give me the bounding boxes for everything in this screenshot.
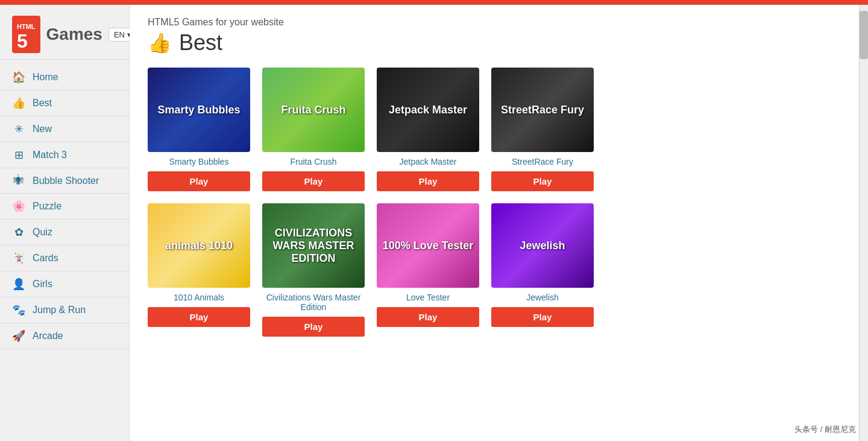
game-thumb-love-tester: 100% Love Tester <box>377 203 479 288</box>
game-card-1010-animals: animals 10101010 AnimalsPlay <box>148 203 250 337</box>
sidebar-item-puzzle[interactable]: 🌸Puzzle <box>0 194 129 220</box>
game-thumb-jetpack-master: Jetpack Master <box>377 68 479 152</box>
game-card-love-tester: 100% Love TesterLove TesterPlay <box>377 203 479 337</box>
arcade-icon: 🚀 <box>12 329 25 343</box>
bubble-shooter-icon: 🕷 <box>12 174 25 187</box>
game-thumb-jewelish: Jewelish <box>491 203 594 288</box>
play-button-1010-animals[interactable]: Play <box>148 307 250 327</box>
home-icon: 🏠 <box>12 71 25 84</box>
game-thumb-civilizations-wars: CIVILIZATIONS WARS MASTER EDITION <box>262 203 365 288</box>
game-name-smarty-bubbles: Smarty Bubbles <box>169 157 229 167</box>
best-icon: 👍 <box>148 31 172 54</box>
sidebar-label-puzzle: Puzzle <box>33 201 61 212</box>
sidebar-item-best[interactable]: 👍Best <box>0 90 129 116</box>
game-thumb-smarty-bubbles: Smarty Bubbles <box>148 68 250 152</box>
sidebar-label-girls: Girls <box>33 279 52 290</box>
sidebar-item-arcade[interactable]: 🚀Arcade <box>0 323 129 349</box>
logo-games-text: Games <box>46 25 102 44</box>
scrollbar[interactable] <box>859 5 868 441</box>
sidebar-label-home: Home <box>33 72 58 83</box>
scrollbar-thumb[interactable] <box>860 11 868 59</box>
top-bar <box>0 0 868 5</box>
puzzle-icon: 🌸 <box>12 200 25 213</box>
game-name-streetrace-fury: StreetRace Fury <box>512 157 573 167</box>
game-name-1010-animals: 1010 Animals <box>174 293 224 302</box>
html5-text: HTML <box>17 23 36 30</box>
game-name-jewelish: Jewelish <box>526 293 559 302</box>
game-card-civilizations-wars: CIVILIZATIONS WARS MASTER EDITIONCiviliz… <box>262 203 365 337</box>
sidebar-label-new: New <box>33 124 52 135</box>
game-thumb-label-1010-animals: animals 1010 <box>163 237 235 255</box>
game-thumb-label-jewelish: Jewelish <box>517 237 567 255</box>
best-icon: 👍 <box>12 97 25 110</box>
quiz-icon: ✿ <box>12 226 25 239</box>
game-card-jewelish: JewelishJewelishPlay <box>491 203 594 337</box>
game-thumb-label-smarty-bubbles: Smarty Bubbles <box>155 101 242 119</box>
sidebar-item-home[interactable]: 🏠Home <box>0 65 129 90</box>
game-card-jetpack-master: Jetpack MasterJetpack MasterPlay <box>377 68 479 191</box>
sidebar-item-girls[interactable]: 👤Girls <box>0 271 129 297</box>
jump-run-icon: 🐾 <box>12 303 25 317</box>
match3-icon: ⊞ <box>12 148 25 162</box>
game-thumb-fruita-crush: Fruita Crush <box>262 68 365 152</box>
play-button-love-tester[interactable]: Play <box>377 307 479 327</box>
sidebar-item-match3[interactable]: ⊞Match 3 <box>0 142 129 168</box>
game-card-smarty-bubbles: Smarty BubblesSmarty BubblesPlay <box>148 68 250 191</box>
game-card-streetrace-fury: StreetRace FuryStreetRace FuryPlay <box>491 68 594 191</box>
game-thumb-label-streetrace-fury: StreetRace Fury <box>498 101 587 119</box>
play-button-streetrace-fury[interactable]: Play <box>491 171 594 191</box>
game-thumb-streetrace-fury: StreetRace Fury <box>491 68 594 152</box>
sidebar-label-jump-run: Jump & Run <box>33 305 86 316</box>
game-name-civilizations-wars: Civilizations Wars Master Edition <box>262 293 365 312</box>
sidebar-item-new[interactable]: ✳New <box>0 116 129 142</box>
cards-icon: 🃏 <box>12 252 25 265</box>
game-thumb-1010-animals: animals 1010 <box>148 203 250 288</box>
games-grid: Smarty BubblesSmarty BubblesPlayFruita C… <box>148 68 841 337</box>
html5-badge: HTML 5 <box>12 16 40 53</box>
play-button-civilizations-wars[interactable]: Play <box>262 317 365 337</box>
play-button-smarty-bubbles[interactable]: Play <box>148 171 250 191</box>
sidebar-label-quiz: Quiz <box>33 227 52 238</box>
game-name-love-tester: Love Tester <box>406 293 450 302</box>
game-thumb-label-fruita-crush: Fruita Crush <box>278 101 348 119</box>
new-icon: ✳ <box>12 122 25 136</box>
sidebar-nav: 🏠Home👍Best✳New⊞Match 3🕷Bubble Shooter🌸Pu… <box>0 65 129 349</box>
sidebar-label-arcade: Arcade <box>33 331 63 341</box>
game-thumb-label-jetpack-master: Jetpack Master <box>386 101 470 119</box>
sidebar-label-bubble-shooter: Bubble Shooter <box>33 176 99 186</box>
game-thumb-label-love-tester: 100% Love Tester <box>380 237 476 255</box>
page-title: 👍 Best <box>148 30 841 56</box>
play-button-jewelish[interactable]: Play <box>491 307 594 327</box>
sidebar-item-jump-run[interactable]: 🐾Jump & Run <box>0 297 129 323</box>
game-card-fruita-crush: Fruita CrushFruita CrushPlay <box>262 68 365 191</box>
game-name-jetpack-master: Jetpack Master <box>400 157 457 167</box>
sidebar-label-match3: Match 3 <box>33 150 67 160</box>
main-content: HTML5 Games for your website 👍 Best Smar… <box>130 5 859 441</box>
play-button-fruita-crush[interactable]: Play <box>262 171 365 191</box>
sidebar-label-best: Best <box>33 98 52 109</box>
game-name-fruita-crush: Fruita Crush <box>290 157 336 167</box>
html5-five: 5 <box>17 31 36 51</box>
sidebar: HTML 5 Games EN ▾ 🏠Home👍Best✳New⊞Match 3… <box>0 5 130 441</box>
girls-icon: 👤 <box>12 278 25 291</box>
sidebar-label-cards: Cards <box>33 253 58 264</box>
sidebar-item-bubble-shooter[interactable]: 🕷Bubble Shooter <box>0 168 129 194</box>
watermark: 头条号 / 耐恩尼克 <box>794 424 856 435</box>
lang-label: EN <box>114 30 125 39</box>
sidebar-item-quiz[interactable]: ✿Quiz <box>0 220 129 246</box>
page-subtitle: HTML5 Games for your website <box>148 17 841 28</box>
game-thumb-label-civilizations-wars: CIVILIZATIONS WARS MASTER EDITION <box>262 224 365 267</box>
logo-area: HTML 5 Games EN ▾ <box>0 5 129 60</box>
sidebar-item-cards[interactable]: 🃏Cards <box>0 246 129 271</box>
page-title-text: Best <box>179 30 222 56</box>
play-button-jetpack-master[interactable]: Play <box>377 171 479 191</box>
